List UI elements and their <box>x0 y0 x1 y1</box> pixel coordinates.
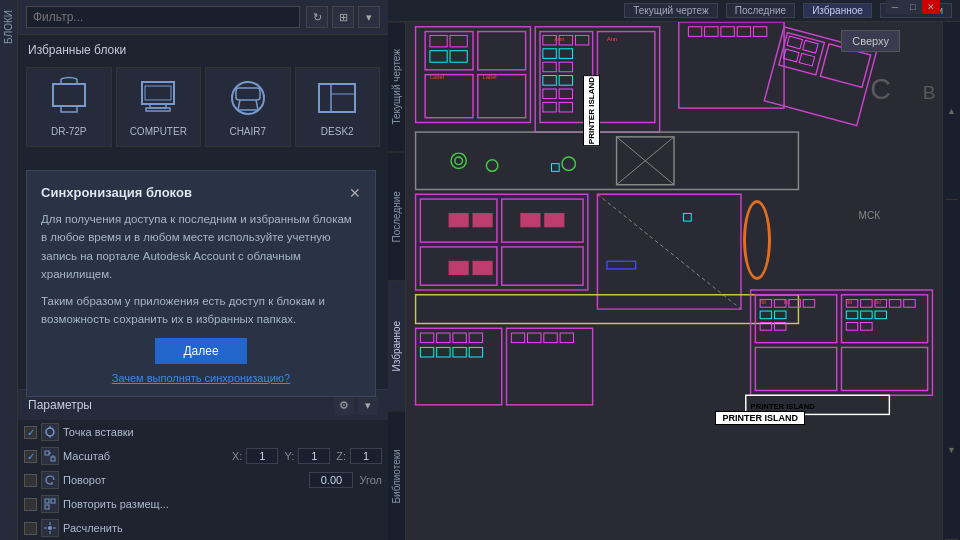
sync-dialog: Синхронизация блоков ✕ Для получения дос… <box>26 170 376 397</box>
svg-rect-18 <box>51 499 55 503</box>
param-row-insert-point: Точка вставки <box>18 420 388 444</box>
svg-rect-7 <box>236 88 260 100</box>
section-title: Избранные блоки <box>18 35 388 63</box>
cad-drawing: PRINTER ISLAND Label Label Ann Ann lbl l… <box>406 22 942 501</box>
close-button[interactable]: ✕ <box>922 0 940 14</box>
svg-rect-4 <box>146 108 170 111</box>
svg-rect-123 <box>473 261 492 274</box>
minimize-button[interactable]: ─ <box>886 0 904 14</box>
blocks-grid: DR-72P COMPUTER <box>18 63 388 155</box>
vtab-favorites[interactable]: Избранное <box>388 281 405 411</box>
param-label-scale: Масштаб <box>63 450 226 462</box>
x-label: X: <box>232 450 242 462</box>
checkbox-rotation[interactable] <box>24 474 37 487</box>
dialog-sync-link[interactable]: Зачем выполнять синхронизацию? <box>41 372 361 384</box>
params-icons: ⚙ ▾ <box>334 395 378 415</box>
svg-rect-5 <box>145 86 171 100</box>
svg-rect-14 <box>51 457 55 461</box>
dialog-header: Синхронизация блоков ✕ <box>41 185 361 200</box>
y-label: Y: <box>284 450 294 462</box>
svg-text:Ann: Ann <box>554 36 564 42</box>
params-settings-icon[interactable]: ⚙ <box>334 395 354 415</box>
param-label-insert-point: Точка вставки <box>63 426 382 438</box>
scale-z-input[interactable] <box>350 448 382 464</box>
checkbox-insert-point[interactable] <box>24 426 37 439</box>
side-tab-1[interactable]: ▲ <box>945 22 958 200</box>
icon-repeat <box>41 495 59 513</box>
block-dr72p-icon <box>44 74 94 122</box>
param-label-explode: Расчленить <box>63 522 382 534</box>
view-top-button[interactable]: Сверху <box>841 30 900 52</box>
icon-insert-point <box>41 423 59 441</box>
checkbox-scale[interactable] <box>24 450 37 463</box>
param-row-explode: Расчленить <box>18 516 388 540</box>
side-tab-2[interactable]: ▼ <box>945 362 958 540</box>
filter-input[interactable] <box>26 6 300 28</box>
checkbox-explode[interactable] <box>24 522 37 535</box>
dialog-title: Синхронизация блоков <box>41 185 192 200</box>
block-desk2-icon <box>312 74 362 122</box>
block-dr72p[interactable]: DR-72P <box>26 67 112 147</box>
scale-y-input[interactable] <box>298 448 330 464</box>
checkbox-repeat[interactable] <box>24 498 37 511</box>
svg-text:Label: Label <box>430 74 444 80</box>
param-row-rotation: Поворот Угол <box>18 468 388 492</box>
block-chair7-icon <box>223 74 273 122</box>
block-dr72p-label: DR-72P <box>51 126 87 137</box>
dialog-text1: Для получения доступа к последним и избр… <box>41 210 361 284</box>
z-label: Z: <box>336 450 346 462</box>
tab-recent[interactable]: Последние <box>726 3 795 18</box>
side-tabs: ▲ ▼ <box>942 22 960 540</box>
svg-rect-8 <box>319 84 355 112</box>
block-desk2[interactable]: DESK2 <box>295 67 381 147</box>
svg-text:Ann: Ann <box>607 36 617 42</box>
vtab-recent[interactable]: Последние <box>388 152 405 282</box>
panel-header: ↻ ⊞ ▾ <box>18 0 388 35</box>
svg-rect-122 <box>449 261 468 274</box>
tab-current-drawing[interactable]: Текущий чертеж <box>624 3 718 18</box>
dialog-next-button[interactable]: Далее <box>155 338 246 364</box>
block-computer[interactable]: COMPUTER <box>116 67 202 147</box>
vtab-libraries[interactable]: Библиотеки <box>388 411 405 541</box>
svg-rect-9 <box>319 84 331 112</box>
params-expand-icon[interactable]: ▾ <box>358 395 378 415</box>
vtab-current[interactable]: Текущий чертеж <box>388 22 405 152</box>
icon-explode <box>41 519 59 537</box>
svg-rect-119 <box>473 213 492 226</box>
params-title: Параметры <box>28 398 92 412</box>
svg-rect-118 <box>449 213 468 226</box>
svg-rect-17 <box>45 499 49 503</box>
grid-view-icon[interactable]: ⊞ <box>332 6 354 28</box>
icon-rotation <box>41 471 59 489</box>
block-chair7[interactable]: CHAIR7 <box>205 67 291 147</box>
svg-rect-120 <box>521 213 540 226</box>
menu-icon[interactable]: ▾ <box>358 6 380 28</box>
icon-scale <box>41 447 59 465</box>
tab-favorites[interactable]: Избранное <box>803 3 872 18</box>
header-icons: ↻ ⊞ ▾ <box>306 6 380 28</box>
svg-rect-0 <box>53 84 85 106</box>
svg-rect-13 <box>45 451 49 455</box>
rotation-input[interactable] <box>309 472 353 488</box>
dialog-close-button[interactable]: ✕ <box>349 186 361 200</box>
canvas-area: ─ □ ✕ Текущий чертеж Последние Избранное… <box>388 0 960 540</box>
block-chair7-label: CHAIR7 <box>229 126 266 137</box>
svg-text:C: C <box>870 73 891 105</box>
svg-text:lbl: lbl <box>846 299 852 305</box>
far-left-tab-panel[interactable]: БЛОКИ <box>0 0 18 540</box>
svg-point-10 <box>46 428 54 436</box>
scale-x-input[interactable] <box>246 448 278 464</box>
oval-highlight <box>743 200 771 280</box>
printer-island-label: PRINTER ISLAND <box>715 411 805 425</box>
svg-text:Label: Label <box>483 74 497 80</box>
canvas-left-tabs: Текущий чертеж Последние Избранное Библи… <box>388 22 406 540</box>
maximize-button[interactable]: □ <box>904 0 922 14</box>
param-label-repeat: Повторить размещ... <box>63 498 382 510</box>
block-computer-label: COMPUTER <box>130 126 187 137</box>
refresh-icon[interactable]: ↻ <box>306 6 328 28</box>
dialog-body: Для получения доступа к последним и избр… <box>41 210 361 328</box>
params-section: Параметры ⚙ ▾ Точка вставки Масштаб X: Y… <box>18 389 388 540</box>
svg-rect-19 <box>45 505 49 509</box>
block-desk2-label: DESK2 <box>321 126 354 137</box>
blocks-tab-label[interactable]: БЛОКИ <box>1 0 16 54</box>
